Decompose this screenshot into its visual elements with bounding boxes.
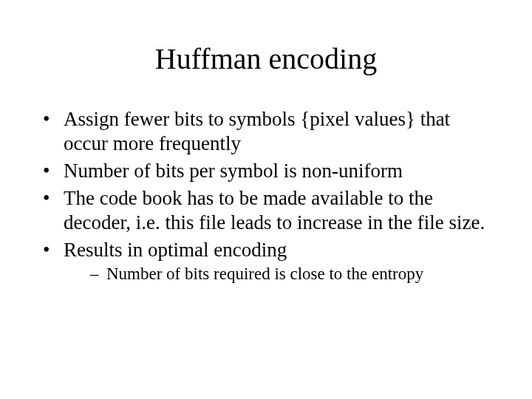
bullet-text: Assign fewer bits to symbols {pixel valu… [64,108,450,154]
sub-bullet-list: Number of bits required is close to the … [64,264,492,285]
bullet-text: The code book has to be made available t… [64,187,485,233]
bullet-list: Assign fewer bits to symbols {pixel valu… [40,107,492,284]
bullet-text: Number of bits per symbol is non-uniform [64,160,403,182]
slide-title: Huffman encoding [40,41,492,76]
sub-bullet-item: Number of bits required is close to the … [90,264,492,285]
slide: Huffman encoding Assign fewer bits to sy… [0,0,532,399]
bullet-item: Results in optimal encoding Number of bi… [43,238,492,285]
bullet-item: The code book has to be made available t… [43,186,492,235]
bullet-item: Number of bits per symbol is non-uniform [43,159,492,183]
bullet-text: Results in optimal encoding [64,239,287,261]
sub-bullet-text: Number of bits required is close to the … [106,265,423,283]
bullet-item: Assign fewer bits to symbols {pixel valu… [43,107,492,156]
